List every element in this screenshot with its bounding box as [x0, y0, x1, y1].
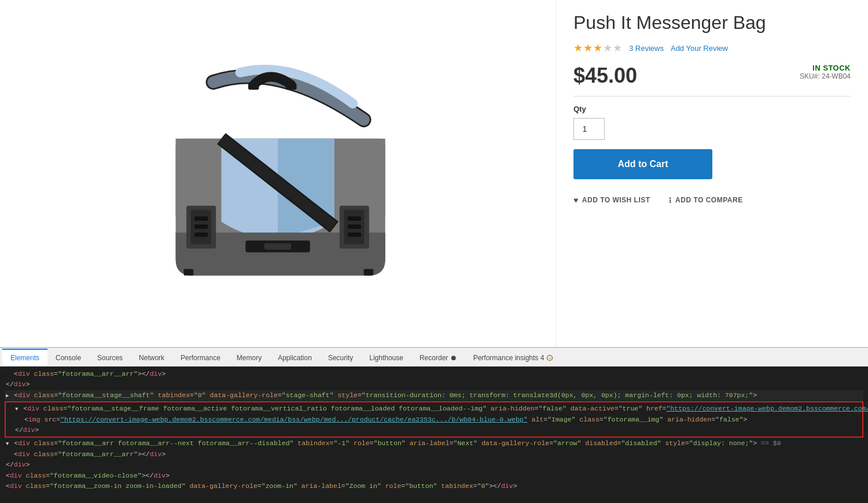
- code-line-11: <div class="fotorama__zoom-in zoom-in-lo…: [5, 481, 863, 491]
- tab-performance-label: Performance: [181, 354, 220, 362]
- tab-memory-label: Memory: [237, 354, 262, 362]
- svg-rect-12: [348, 232, 361, 236]
- product-info-panel: Push It Messenger Bag ★ ★ ★ ★ ★ 3 Review…: [556, 0, 868, 347]
- svg-text:⚡: ⚡: [547, 356, 553, 361]
- price-divider: [573, 96, 851, 97]
- code-line-9: </div>: [5, 460, 863, 470]
- code-line-10: <div class="fotorama__video-close"></div…: [5, 471, 863, 481]
- tab-recorder-label: Recorder ⏺: [420, 354, 457, 362]
- devtools-tab-bar: Elements Console Sources Network Perform…: [0, 348, 868, 367]
- code-line-5: <img src="https://convert-image-webp.dem…: [6, 415, 862, 425]
- product-title: Push It Messenger Bag: [573, 12, 851, 34]
- tab-performance[interactable]: Performance: [172, 349, 229, 366]
- star-2: ★: [583, 42, 593, 54]
- tab-console[interactable]: Console: [47, 349, 89, 366]
- tab-security[interactable]: Security: [320, 349, 361, 366]
- add-to-compare-button[interactable]: ⫶ ADD TO COMPARE: [668, 195, 743, 205]
- star-4: ★: [603, 42, 612, 54]
- tab-application[interactable]: Application: [270, 349, 320, 366]
- tab-elements-label: Elements: [10, 354, 39, 362]
- code-line-2: </div>: [5, 379, 863, 390]
- svg-rect-11: [348, 224, 361, 228]
- code-line-3: <div class="fotorama__stage__shaft" tabi…: [5, 390, 863, 401]
- devtools-code-content[interactable]: <div class="fotorama__arr__arr"></div> <…: [0, 367, 868, 503]
- svg-rect-6: [194, 224, 208, 228]
- svg-rect-10: [348, 216, 361, 220]
- tab-application-label: Application: [278, 354, 312, 362]
- star-1: ★: [573, 42, 583, 54]
- svg-rect-2: [286, 83, 297, 90]
- tab-sources-label: Sources: [97, 354, 123, 362]
- highlight-box: <div class="fotorama__stage__frame fotor…: [5, 401, 863, 438]
- sku-label: SKU#:: [800, 72, 820, 80]
- heart-icon: ♥: [573, 195, 579, 205]
- code-line-6: </div>: [6, 425, 862, 435]
- compare-label: ADD TO COMPARE: [675, 196, 743, 204]
- performance-insights-icon: ⚡: [546, 354, 553, 361]
- code-line-7: <div class="fotorama__arr fotorama__arr-…: [5, 438, 863, 449]
- tab-console-label: Console: [56, 354, 81, 362]
- devtools-panel: Elements Console Sources Network Perform…: [0, 347, 868, 503]
- reviews-count-link[interactable]: 3 Reviews: [629, 44, 664, 53]
- tab-network[interactable]: Network: [131, 349, 172, 366]
- sku-value: 24-WB04: [822, 72, 851, 80]
- compare-icon: ⫶: [668, 195, 672, 205]
- tab-recorder[interactable]: Recorder ⏺: [411, 349, 465, 366]
- star-3: ★: [593, 42, 602, 54]
- qty-label: Qty: [573, 105, 851, 113]
- tab-lighthouse[interactable]: Lighthouse: [361, 349, 411, 366]
- tab-performance-insights-label: Performance insights 4: [473, 354, 545, 362]
- svg-rect-1: [248, 83, 259, 90]
- add-review-link[interactable]: Add Your Review: [671, 44, 728, 53]
- stock-status: IN STOCK: [800, 64, 851, 72]
- reviews-row: ★ ★ ★ ★ ★ 3 Reviews Add Your Review: [573, 42, 851, 54]
- wish-list-label: ADD TO WISH LIST: [582, 196, 650, 204]
- tab-memory[interactable]: Memory: [229, 349, 270, 366]
- tab-network-label: Network: [139, 354, 164, 362]
- code-line-8: <div class="fotorama__arr__arr"></div>: [5, 449, 863, 460]
- tab-elements[interactable]: Elements: [2, 349, 47, 366]
- svg-rect-15: [184, 269, 194, 275]
- product-price: $45.00: [573, 64, 637, 88]
- expand-arrow[interactable]: [15, 406, 18, 412]
- product-image-wrapper: [116, 12, 440, 335]
- star-5: ★: [613, 42, 622, 54]
- product-image-area: [0, 0, 556, 347]
- tab-performance-insights[interactable]: Performance insights 4 ⚡: [465, 349, 562, 366]
- add-to-wish-list-button[interactable]: ♥ ADD TO WISH LIST: [573, 195, 650, 205]
- svg-rect-14: [264, 243, 291, 250]
- svg-rect-5: [194, 216, 208, 220]
- product-image: [127, 46, 428, 301]
- svg-rect-7: [194, 232, 208, 236]
- add-to-cart-button[interactable]: Add to Cart: [573, 149, 712, 179]
- wish-compare-row: ♥ ADD TO WISH LIST ⫶ ADD TO COMPARE: [573, 195, 851, 205]
- tab-lighthouse-label: Lighthouse: [369, 354, 403, 362]
- star-rating: ★ ★ ★ ★ ★: [573, 42, 622, 54]
- code-line-1: <div class="fotorama__arr__arr"></div>: [5, 369, 863, 379]
- qty-input[interactable]: [573, 118, 605, 140]
- expand-arrow-2[interactable]: [6, 441, 9, 447]
- price-stock-row: $45.00 IN STOCK SKU#: 24-WB04: [573, 64, 851, 88]
- stock-sku-info: IN STOCK SKU#: 24-WB04: [800, 64, 851, 80]
- tab-sources[interactable]: Sources: [89, 349, 131, 366]
- svg-rect-16: [364, 269, 374, 275]
- sku-info: SKU#: 24-WB04: [800, 72, 851, 80]
- tab-security-label: Security: [328, 354, 353, 362]
- code-line-4: <div class="fotorama__stage__frame fotor…: [6, 404, 862, 414]
- collapse-arrow[interactable]: [6, 393, 9, 399]
